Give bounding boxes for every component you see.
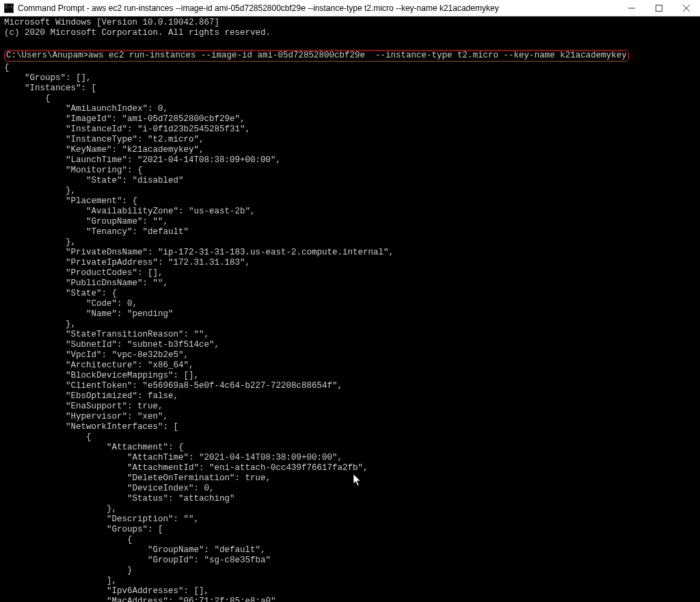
cmd-icon [4,3,14,13]
window-title: Command Prompt - aws ec2 run-instances -… [18,3,499,13]
maximize-button[interactable] [645,0,673,16]
minimize-button[interactable] [618,0,645,16]
close-button[interactable] [673,0,700,16]
header-line-1: Microsoft Windows [Version 10.0.19042.86… [4,18,219,27]
titlebar[interactable]: Command Prompt - aws ec2 run-instances -… [0,0,700,16]
json-output: { "Groups": [], "Instances": [ { "AmiLau… [4,63,435,602]
command-prompt-window: Command Prompt - aws ec2 run-instances -… [0,0,700,602]
prompt-line: C:\Users\Anupam>aws ec2 run-instances --… [6,51,627,60]
svg-rect-1 [656,5,662,11]
terminal-output[interactable]: Microsoft Windows [Version 10.0.19042.86… [0,16,700,602]
header-line-2: (c) 2020 Microsoft Corporation. All righ… [4,28,271,38]
titlebar-left: Command Prompt - aws ec2 run-instances -… [0,3,499,13]
window-controls [618,0,700,16]
command-highlight: C:\Users\Anupam>aws ec2 run-instances --… [4,50,629,62]
